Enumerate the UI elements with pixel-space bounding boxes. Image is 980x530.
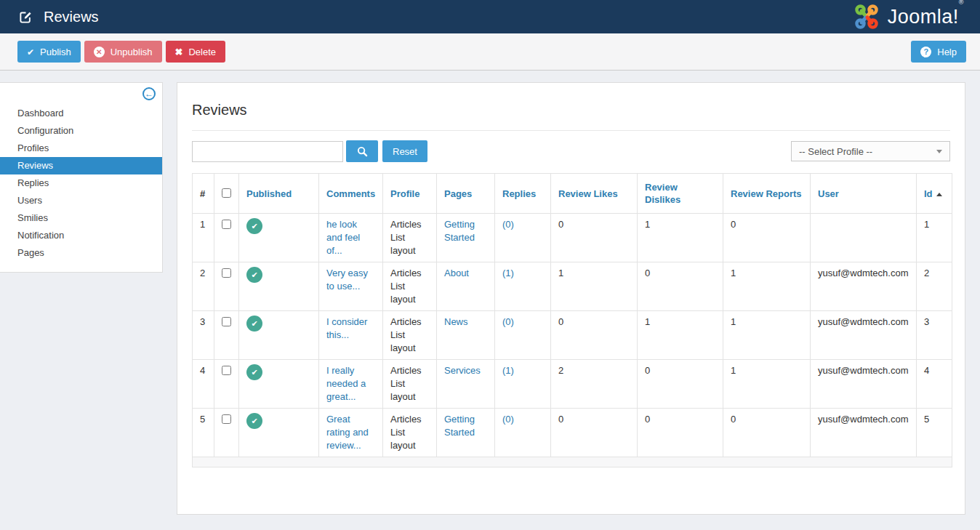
help-button-label: Help (937, 47, 957, 57)
published-icon[interactable] (246, 218, 262, 234)
x-icon (175, 47, 183, 57)
panel-title: Reviews (192, 96, 950, 131)
sidebar-item-reviews[interactable]: Reviews (0, 157, 162, 174)
row-index: 2 (193, 262, 214, 311)
likes-cell: 0 (551, 311, 638, 360)
header-review-likes[interactable]: Review Likes (551, 174, 638, 214)
delete-button[interactable]: Delete (166, 41, 225, 63)
header-pages[interactable]: Pages (437, 174, 495, 214)
published-icon[interactable] (246, 413, 262, 429)
likes-cell: 0 (551, 214, 638, 262)
page-link[interactable]: Services (444, 365, 481, 376)
likes-cell: 0 (551, 409, 638, 457)
row-checkbox[interactable] (222, 220, 231, 229)
reports-cell: 0 (723, 214, 811, 262)
search-button[interactable] (346, 140, 378, 162)
dislikes-cell: 1 (638, 214, 723, 262)
profile-select[interactable]: -- Select Profile -- (791, 141, 950, 161)
page-link[interactable]: Getting Started (444, 414, 475, 438)
main-panel: Reviews Reset -- Select Profile -- (177, 82, 965, 515)
table-row: 1 he look and feel of... Articles List l… (193, 214, 952, 262)
search-input[interactable] (192, 141, 343, 162)
replies-link[interactable]: (0) (502, 219, 514, 230)
sidebar-item-replies[interactable]: Replies (0, 174, 162, 192)
sidebar-item-configuration[interactable]: Configuration (0, 122, 162, 140)
header-id[interactable]: Id (917, 174, 952, 214)
row-index: 4 (193, 360, 214, 409)
help-button[interactable]: Help (911, 41, 966, 63)
row-index: 5 (193, 409, 214, 457)
row-checkbox[interactable] (222, 268, 231, 278)
comment-link[interactable]: I consider this... (326, 316, 367, 340)
unpublish-button-label: Unpublish (111, 47, 153, 57)
profile-cell: Articles List layout (383, 360, 437, 409)
user-cell: yusuf@wdmtech.com (811, 360, 917, 409)
sidebar-item-dashboard[interactable]: Dashboard (0, 105, 162, 122)
table-footer-row (193, 457, 952, 467)
sidebar-item-notification[interactable]: Notification (0, 227, 162, 244)
joomla-logo-text: Joomla!® (888, 6, 964, 28)
likes-cell: 2 (551, 360, 638, 409)
row-checkbox[interactable] (222, 366, 231, 375)
filter-bar: Reset -- Select Profile -- (192, 140, 950, 162)
table-row: 3 I consider this... Articles List layou… (193, 311, 952, 360)
profile-cell: Articles List layout (383, 214, 437, 262)
table-row: 4 I really needed a great... Articles Li… (193, 360, 952, 409)
published-icon[interactable] (246, 267, 262, 283)
sidebar-collapse-icon[interactable] (142, 87, 156, 100)
sidebar-item-pages[interactable]: Pages (0, 244, 162, 262)
sidebar-item-users[interactable]: Users (0, 192, 162, 209)
user-cell: yusuf@wdmtech.com (811, 311, 917, 360)
header-review-dislikes[interactable]: Review Dislikes (638, 174, 723, 214)
published-icon[interactable] (246, 364, 262, 380)
comment-link[interactable]: Great rating and review... (326, 414, 369, 451)
comment-link[interactable]: he look and feel of... (326, 219, 360, 256)
header-comments[interactable]: Comments (319, 174, 383, 214)
replies-link[interactable]: (1) (502, 268, 514, 278)
search-icon (357, 146, 368, 157)
reports-cell: 0 (723, 409, 811, 457)
user-cell (811, 214, 917, 262)
likes-cell: 1 (551, 262, 638, 311)
header-index: # (193, 174, 214, 214)
comment-link[interactable]: Very easy to use... (326, 268, 368, 292)
header-select-all (214, 174, 239, 214)
header-replies[interactable]: Replies (495, 174, 551, 214)
dislikes-cell: 0 (638, 409, 723, 457)
header-profile[interactable]: Profile (383, 174, 437, 214)
registered-mark: ® (959, 0, 964, 6)
replies-link[interactable]: (1) (502, 365, 514, 376)
published-icon[interactable] (246, 316, 262, 332)
sidebar: Dashboard Configuration Profiles Reviews… (0, 82, 163, 273)
replies-link[interactable]: (0) (502, 414, 514, 425)
top-bar: Reviews Joomla!® (0, 0, 980, 33)
unpublish-button[interactable]: Unpublish (84, 41, 162, 63)
sort-asc-icon (936, 193, 942, 196)
select-all-checkbox[interactable] (222, 188, 231, 198)
question-icon (920, 47, 931, 57)
header-review-reports[interactable]: Review Reports (723, 174, 811, 214)
user-cell: yusuf@wdmtech.com (811, 262, 917, 311)
circle-cross-icon (94, 47, 105, 57)
comment-link[interactable]: I really needed a great... (326, 365, 366, 402)
header-published[interactable]: Published (239, 174, 319, 214)
page-link[interactable]: Getting Started (444, 219, 475, 243)
sidebar-item-profiles[interactable]: Profiles (0, 140, 162, 157)
table-row: 5 Great rating and review... Articles Li… (193, 409, 952, 457)
header-id-label: Id (924, 188, 933, 199)
id-cell: 2 (917, 262, 952, 311)
header-user[interactable]: User (811, 174, 917, 214)
page-link[interactable]: About (444, 268, 469, 278)
replies-link[interactable]: (0) (502, 316, 514, 327)
profile-select-value: -- Select Profile -- (799, 146, 872, 157)
reports-cell: 1 (723, 262, 811, 311)
row-checkbox[interactable] (222, 414, 231, 424)
publish-button[interactable]: Publish (17, 41, 81, 63)
reset-button[interactable]: Reset (382, 140, 427, 162)
check-icon (27, 47, 34, 57)
page-link[interactable]: News (444, 316, 468, 327)
sidebar-item-smilies[interactable]: Smilies (0, 209, 162, 227)
reviews-table: # Published Comments Profile Pages Repli… (192, 173, 952, 467)
row-checkbox[interactable] (222, 317, 231, 326)
reports-cell: 1 (723, 311, 811, 360)
